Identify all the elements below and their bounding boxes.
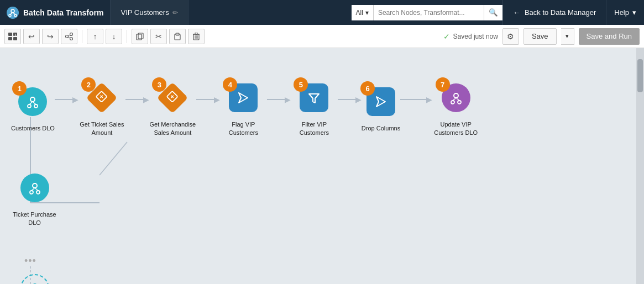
app-name: Batch Data Transform [23, 8, 103, 17]
badge-7: 7 [436, 77, 450, 92]
connector-2-3: ▶ [125, 88, 149, 127]
node-4-shape[interactable]: 4 [224, 78, 263, 117]
app-logo: Batch Data Transform [0, 0, 111, 25]
back-to-data-manager-button[interactable]: ← Back to Data Manager [502, 0, 606, 25]
merchandise-purchase-shape[interactable] [15, 269, 54, 284]
node-7-shape[interactable]: 7 [437, 78, 475, 117]
node-6: 6 Drop Columns [362, 82, 400, 133]
cut-button[interactable]: ✂ [150, 29, 167, 44]
save-copy-button[interactable] [132, 29, 148, 44]
node-icon [96, 91, 107, 105]
node-icon [449, 91, 463, 105]
node-2-shape[interactable]: 2 [82, 78, 121, 117]
toolbar-right: ✓ Saved just now ⚙ Save ▾ Save and Run [443, 28, 640, 45]
svg-point-43 [451, 101, 454, 104]
pipeline-row: 1 Customers DLO ▶ 2 [11, 78, 479, 137]
back-label: Back to Data Manager [525, 8, 596, 17]
connector-5-6: ▶ [338, 88, 362, 127]
svg-line-32 [29, 102, 33, 104]
search-input[interactable] [373, 5, 484, 20]
svg-point-44 [458, 101, 461, 104]
node-3-shape[interactable]: 3 [153, 78, 192, 117]
help-menu[interactable]: Help ▾ [606, 0, 644, 25]
vertical-scrollbar[interactable] [636, 48, 644, 284]
node-5-label: Filter VIP Customers [291, 120, 338, 137]
svg-line-51 [35, 188, 38, 191]
arrow-icon: ▶ [426, 95, 432, 104]
node-icon [28, 281, 42, 284]
node-7-label: Update VIP Customers DLO [432, 120, 479, 137]
node-2: 2 Get Ticket Sales Amount [78, 78, 125, 137]
node-icon [167, 91, 178, 105]
ticket-purchase-label: Ticket Purchase DLO [11, 211, 58, 227]
edit-icon[interactable]: ✏ [172, 9, 178, 17]
svg-rect-7 [8, 37, 12, 40]
settings-button[interactable]: ⚙ [502, 28, 519, 45]
node-icon [374, 94, 388, 109]
svg-point-12 [70, 37, 73, 40]
help-chevron-icon: ▾ [632, 8, 636, 17]
svg-point-29 [30, 97, 35, 102]
ticket-purchase-dlo-node[interactable] [20, 173, 49, 202]
svg-marker-41 [376, 97, 385, 107]
node-icon [307, 91, 321, 105]
paste-button[interactable] [169, 29, 186, 44]
svg-point-0 [11, 9, 14, 13]
download-button[interactable]: ↓ [106, 29, 122, 44]
node-6-label: Drop Columns [362, 124, 400, 133]
delete-button[interactable] [188, 29, 205, 44]
logo-icon [7, 7, 19, 19]
save-dropdown-button[interactable]: ▾ [561, 28, 574, 45]
svg-point-49 [36, 191, 40, 194]
back-arrow-icon: ← [513, 8, 520, 17]
ticket-purchase-shape[interactable] [15, 169, 54, 207]
node-6-shape[interactable]: 6 [362, 82, 400, 121]
search-bar: All ▾ 🔍 [352, 5, 502, 20]
node-icon [25, 94, 40, 109]
save-button[interactable]: Save [523, 28, 557, 45]
node-4: 4 Flag VIP Customers [220, 78, 267, 137]
upload-button[interactable]: ↑ [87, 29, 103, 44]
undo-button[interactable]: ↩ [23, 29, 40, 44]
svg-point-10 [66, 35, 69, 38]
connector-4-5: ▶ [267, 88, 291, 127]
pipeline-tab[interactable]: VIP Customers ✏ [111, 0, 188, 25]
arrow-icon: ▶ [72, 95, 78, 104]
svg-text:+: + [14, 33, 17, 38]
node-5: 5 Filter VIP Customers [291, 78, 338, 137]
svg-line-3 [10, 13, 13, 14]
node-5-shape[interactable]: 5 [295, 78, 333, 117]
svg-point-31 [34, 104, 38, 108]
node-icon [28, 181, 42, 195]
node-map-button[interactable] [61, 29, 77, 44]
arrow-icon: ▶ [285, 95, 291, 104]
svg-line-50 [32, 188, 35, 191]
node-2-label: Get Ticket Sales Amount [78, 120, 125, 137]
redo-button[interactable]: ↪ [42, 29, 59, 44]
tab-name: VIP Customers [121, 8, 169, 17]
node-icon [236, 91, 250, 105]
svg-point-48 [30, 191, 33, 194]
add-node-button[interactable]: + [4, 29, 21, 44]
connector-1-2: ▶ [55, 88, 78, 127]
node-1-shape[interactable]: 1 [13, 82, 52, 121]
filter-select[interactable]: All ▾ [352, 5, 373, 20]
search-button[interactable]: 🔍 [484, 5, 502, 20]
svg-line-13 [69, 35, 70, 36]
chevron-down-icon: ▾ [365, 9, 369, 17]
svg-point-1 [9, 14, 11, 17]
merchandise-purchase-dlo-node[interactable] [20, 274, 49, 284]
arrow-icon: ▶ [355, 95, 362, 104]
node-3: 3 Get Merchandise Sales Amount [149, 78, 196, 137]
pipeline-canvas: 1 Customers DLO ▶ 2 [0, 48, 644, 284]
scrollbar-thumb[interactable] [637, 59, 643, 92]
sub-node-ticket: Ticket Purchase DLO [11, 169, 58, 227]
separator-2 [127, 30, 127, 43]
svg-point-30 [28, 104, 31, 108]
svg-rect-18 [176, 33, 179, 35]
connector-6-7: ▶ [400, 88, 432, 127]
svg-rect-5 [8, 33, 12, 36]
svg-point-11 [70, 33, 73, 35]
saved-text: Saved just now [453, 33, 498, 40]
save-and-run-button[interactable]: Save and Run [579, 28, 640, 45]
